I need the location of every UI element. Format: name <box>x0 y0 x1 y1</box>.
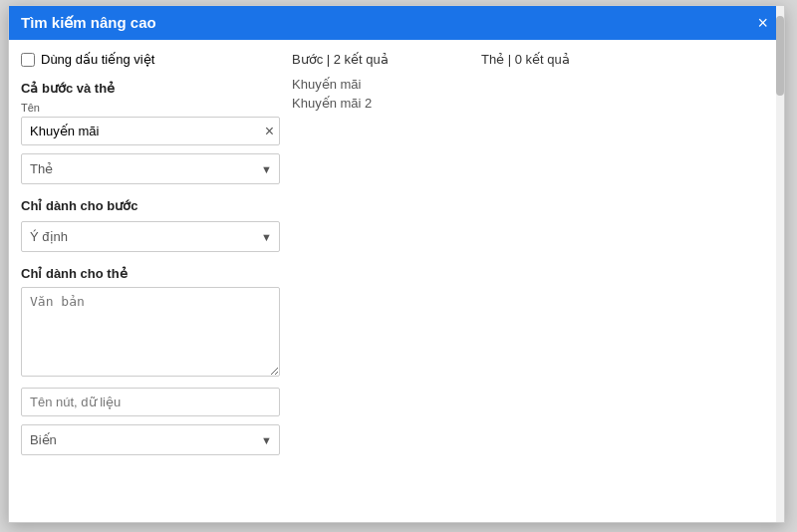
intent-select[interactable]: Ý định <box>21 221 280 252</box>
vietnamese-checkbox-label: Dùng dấu tiếng việt <box>41 52 154 67</box>
section-both: Cả bước và thẻ Tên × Thẻ ▼ <box>21 81 280 184</box>
section-step-title: Chỉ dành cho bước <box>21 198 280 213</box>
vietnamese-checkbox-row: Dùng dấu tiếng việt <box>21 52 280 67</box>
clear-name-button[interactable]: × <box>265 124 274 139</box>
step-result-item-1: Khuyến mãi <box>292 75 461 94</box>
variable-select[interactable]: Biến <box>21 424 280 455</box>
intent-select-wrapper: Ý định ▼ <box>21 221 280 252</box>
button-data-input[interactable] <box>21 388 280 416</box>
name-field-label: Tên <box>21 102 280 114</box>
tags-result-column: Thẻ | 0 kết quả <box>481 52 651 461</box>
tags-result-header: Thẻ | 0 kết quả <box>481 52 651 67</box>
name-input[interactable] <box>21 117 280 145</box>
right-panel: Bước | 2 kết quả Khuyến mãi Khuyến mãi 2… <box>292 52 772 461</box>
text-textarea-wrapper <box>21 287 280 380</box>
modal-title: Tìm kiếm nâng cao <box>21 14 156 32</box>
left-panel: Dùng dấu tiếng việt Cả bước và thẻ Tên ×… <box>21 52 280 461</box>
scrollbar-track[interactable] <box>776 6 784 522</box>
section-step: Chỉ dành cho bước Ý định ▼ <box>21 198 280 252</box>
modal-header: Tìm kiếm nâng cao × <box>9 6 784 40</box>
step-result-item-2: Khuyến mãi 2 <box>292 94 461 113</box>
tag-select-wrapper: Thẻ ▼ <box>21 153 280 184</box>
modal-body: Dùng dấu tiếng việt Cả bước và thẻ Tên ×… <box>9 40 784 473</box>
scrollbar-thumb[interactable] <box>776 16 784 96</box>
name-input-wrapper: × <box>21 117 280 145</box>
vietnamese-checkbox[interactable] <box>21 53 35 67</box>
button-data-input-wrapper <box>21 388 280 416</box>
close-button[interactable]: × <box>753 14 772 32</box>
variable-select-wrapper: Biến ▼ <box>21 424 280 455</box>
section-both-title: Cả bước và thẻ <box>21 81 280 96</box>
text-textarea[interactable] <box>21 287 280 377</box>
steps-result-column: Bước | 2 kết quả Khuyến mãi Khuyến mãi 2 <box>292 52 461 461</box>
tag-select[interactable]: Thẻ <box>21 153 280 184</box>
steps-result-header: Bước | 2 kết quả <box>292 52 461 67</box>
search-modal: Tìm kiếm nâng cao × Dùng dấu tiếng việt … <box>8 5 785 523</box>
section-tag: Chỉ dành cho thẻ Biến ▼ <box>21 266 280 455</box>
section-tag-title: Chỉ dành cho thẻ <box>21 266 280 281</box>
